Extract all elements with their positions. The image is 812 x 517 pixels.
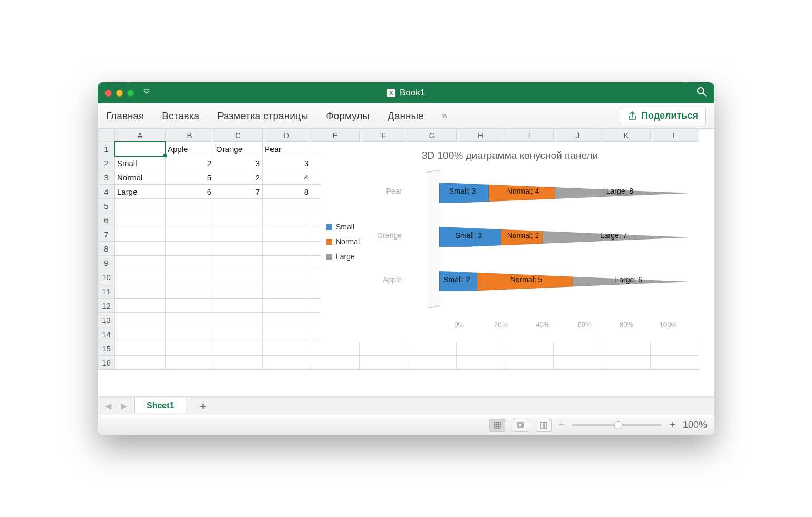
zoom-slider[interactable] bbox=[572, 424, 662, 426]
cell[interactable] bbox=[263, 356, 311, 370]
cell[interactable] bbox=[166, 270, 214, 284]
row-header[interactable]: 13 bbox=[98, 313, 115, 327]
cell[interactable]: Large bbox=[115, 185, 166, 199]
row-header[interactable]: 5 bbox=[98, 199, 115, 213]
cell[interactable] bbox=[115, 341, 166, 356]
cell[interactable]: 7 bbox=[214, 185, 263, 199]
cell[interactable] bbox=[408, 356, 457, 370]
add-sheet-button[interactable]: ＋ bbox=[191, 399, 215, 413]
cell[interactable] bbox=[115, 284, 166, 299]
column-header[interactable]: B bbox=[166, 129, 214, 142]
cell[interactable] bbox=[505, 356, 554, 370]
cell[interactable]: Orange bbox=[214, 142, 263, 156]
zoom-out-button[interactable]: − bbox=[559, 419, 565, 431]
cell[interactable] bbox=[214, 356, 263, 370]
cell[interactable]: 5 bbox=[166, 170, 214, 185]
search-icon[interactable] bbox=[697, 87, 707, 99]
sheet-tab-active[interactable]: Sheet1 bbox=[134, 398, 186, 413]
row-header[interactable]: 1 bbox=[98, 142, 115, 156]
zoom-slider-knob[interactable] bbox=[614, 421, 623, 429]
cell[interactable] bbox=[263, 327, 311, 341]
row-header[interactable]: 9 bbox=[98, 256, 115, 270]
row-header[interactable]: 2 bbox=[98, 156, 115, 170]
close-window-button[interactable] bbox=[105, 90, 112, 97]
cell[interactable] bbox=[602, 341, 651, 356]
cell[interactable]: 6 bbox=[166, 185, 214, 199]
cell[interactable]: Apple bbox=[166, 142, 214, 156]
cell[interactable] bbox=[115, 227, 166, 242]
view-page-layout-button[interactable] bbox=[513, 419, 528, 432]
cell[interactable] bbox=[505, 341, 554, 356]
column-header[interactable]: K bbox=[602, 129, 651, 142]
column-header[interactable]: G bbox=[408, 129, 457, 142]
cell[interactable] bbox=[166, 313, 214, 327]
cell[interactable] bbox=[214, 284, 263, 299]
cell[interactable] bbox=[166, 299, 214, 313]
cell[interactable] bbox=[214, 213, 263, 227]
row-header[interactable]: 10 bbox=[98, 270, 115, 284]
column-header[interactable]: H bbox=[457, 129, 505, 142]
share-button[interactable]: Поделиться bbox=[620, 107, 706, 125]
cell[interactable] bbox=[166, 242, 214, 256]
customize-toolbar-icon[interactable] bbox=[143, 89, 150, 97]
cell[interactable] bbox=[166, 356, 214, 370]
cell[interactable] bbox=[214, 256, 263, 270]
cell[interactable] bbox=[214, 341, 263, 356]
ribbon-tab-insert[interactable]: Вставка bbox=[162, 110, 199, 122]
ribbon-tab-data[interactable]: Данные bbox=[388, 110, 424, 122]
cell[interactable]: Small bbox=[115, 156, 166, 170]
cell[interactable] bbox=[115, 299, 166, 313]
cell[interactable] bbox=[263, 199, 311, 213]
cell[interactable] bbox=[214, 313, 263, 327]
cell[interactable] bbox=[214, 242, 263, 256]
cell[interactable] bbox=[651, 356, 699, 370]
row-header[interactable]: 7 bbox=[98, 227, 115, 242]
column-header[interactable]: C bbox=[214, 129, 263, 142]
cell[interactable] bbox=[263, 270, 311, 284]
cell[interactable]: Pear bbox=[263, 142, 311, 156]
row-header[interactable]: 4 bbox=[98, 185, 115, 199]
cell[interactable] bbox=[115, 356, 166, 370]
cell[interactable] bbox=[602, 356, 651, 370]
cell[interactable] bbox=[263, 284, 311, 299]
cell[interactable] bbox=[214, 227, 263, 242]
minimize-window-button[interactable] bbox=[116, 90, 123, 97]
row-header[interactable]: 12 bbox=[98, 299, 115, 313]
cell[interactable] bbox=[115, 142, 166, 156]
column-header[interactable]: E bbox=[311, 129, 360, 142]
cell[interactable] bbox=[457, 341, 505, 356]
cell[interactable] bbox=[360, 356, 408, 370]
row-header[interactable]: 8 bbox=[98, 242, 115, 256]
row-header[interactable]: 3 bbox=[98, 170, 115, 185]
cell[interactable] bbox=[166, 327, 214, 341]
row-header[interactable]: 6 bbox=[98, 213, 115, 227]
embedded-chart[interactable]: 3D 100% диаграмма конусной панели Small … bbox=[320, 142, 700, 343]
cell[interactable] bbox=[263, 213, 311, 227]
cell[interactable] bbox=[115, 199, 166, 213]
row-header[interactable]: 14 bbox=[98, 327, 115, 341]
sheet-nav-next-icon[interactable]: ▶ bbox=[119, 401, 129, 411]
cell[interactable] bbox=[263, 299, 311, 313]
view-page-break-button[interactable] bbox=[536, 419, 552, 432]
cell[interactable]: 8 bbox=[263, 185, 311, 199]
cell[interactable]: Normal bbox=[115, 170, 166, 185]
cell[interactable] bbox=[166, 199, 214, 213]
cell[interactable] bbox=[166, 256, 214, 270]
cell[interactable] bbox=[651, 341, 699, 356]
ribbon-tab-formulas[interactable]: Формулы bbox=[326, 110, 370, 122]
cell[interactable]: 2 bbox=[214, 170, 263, 185]
cell[interactable] bbox=[115, 256, 166, 270]
column-header[interactable]: I bbox=[505, 129, 554, 142]
cell[interactable] bbox=[554, 356, 602, 370]
cell[interactable] bbox=[214, 270, 263, 284]
cell[interactable]: 3 bbox=[214, 156, 263, 170]
cell[interactable] bbox=[115, 270, 166, 284]
sheet-nav-prev-icon[interactable]: ◀ bbox=[103, 401, 113, 411]
cell[interactable] bbox=[166, 213, 214, 227]
cell[interactable] bbox=[457, 356, 505, 370]
cell[interactable] bbox=[115, 213, 166, 227]
cell[interactable] bbox=[263, 242, 311, 256]
cell[interactable] bbox=[214, 299, 263, 313]
cell[interactable] bbox=[360, 341, 408, 356]
column-header[interactable]: L bbox=[651, 129, 699, 142]
